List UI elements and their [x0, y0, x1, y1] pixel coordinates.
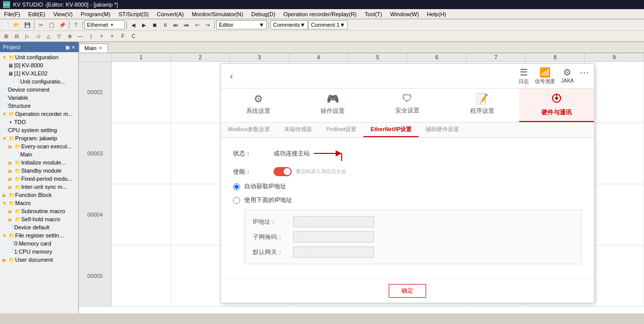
r2-btn10[interactable]: + — [97, 32, 107, 41]
r2-btn13[interactable]: C — [128, 32, 139, 41]
tb-icon1[interactable]: ◀ — [128, 20, 139, 29]
subnet-field[interactable]: . . . . — [293, 231, 374, 242]
tree-main[interactable]: 📄 Main — [13, 150, 77, 158]
tree-memory-card[interactable]: 📄 0:Memory card — [7, 239, 77, 248]
menu-convert[interactable]: Convert(A) — [153, 10, 188, 18]
tree-cpu-memory[interactable]: 📄 1:CPU memory — [7, 248, 77, 256]
nav-operation[interactable]: 🎮 操作设置 — [296, 89, 371, 122]
gateway-field[interactable]: . . . . — [293, 247, 374, 258]
cell-4-1[interactable] — [112, 184, 171, 245]
tree-init-module[interactable]: ▶ 📁 Initialize module... — [7, 158, 77, 167]
copy-btn[interactable]: 📋 — [47, 20, 57, 29]
new-btn[interactable]: 📄 — [1, 20, 11, 29]
panel-back-button[interactable]: ‹ — [226, 71, 237, 82]
panel-icon-log[interactable]: ☰ 日志 — [519, 67, 529, 85]
menu-program[interactable]: Program(M) — [77, 10, 115, 18]
menu-edit[interactable]: Edit(E) — [24, 10, 50, 18]
open-btn[interactable]: 📂 — [12, 20, 22, 29]
save-btn[interactable]: 💾 — [22, 20, 32, 29]
tab-main[interactable]: Main ✕ — [79, 44, 108, 53]
r2-btn9[interactable]: | — [86, 32, 96, 41]
tree-subroutine[interactable]: ▶ 📁 Subroutine macro — [7, 207, 77, 215]
tree-function-block[interactable]: ▶ 📁 Function Block — [1, 191, 77, 199]
help-btn[interactable]: ? — [71, 20, 81, 29]
cell-2-1[interactable] — [112, 62, 171, 123]
r2-btn12[interactable]: F — [118, 32, 128, 41]
tree-inter-unit[interactable]: ▶ 📁 Inter-unit sync m... — [7, 183, 77, 191]
menu-monitor[interactable]: Monitor/Simulator(N) — [188, 10, 247, 18]
tree-program-jakaeip[interactable]: ▼ 📁 Program: jakaeip — [1, 134, 77, 142]
tree-cpu-system[interactable]: 📄 CPU system setting — [1, 126, 77, 134]
r2-btn1[interactable]: ⊞ — [1, 32, 11, 41]
confirm-button[interactable]: 确定 — [389, 284, 426, 298]
subtab-sensor[interactable]: 末端传感器 — [277, 123, 319, 137]
r2-btn6[interactable]: ▽ — [54, 32, 64, 41]
menu-file[interactable]: File(F) — [0, 10, 24, 18]
menu-help[interactable]: Help(H) — [423, 10, 450, 18]
menu-debug[interactable]: Debug(D) — [247, 10, 280, 18]
tree-selfhold[interactable]: ▶ 📁 Self-hold macro — [7, 215, 77, 223]
tree-operation-recorder[interactable]: ▼ 📁 Operation recorder m... — [1, 110, 77, 118]
tree-file-register[interactable]: ▼ 📁 File register settin... — [1, 231, 77, 239]
subtab-modbus[interactable]: Modbus参数设置 — [221, 123, 277, 137]
tree-structure[interactable]: 📄 Structure — [1, 102, 77, 110]
tree-device-comment[interactable]: 📄 Device comment — [1, 86, 77, 94]
menu-operation[interactable]: Operation recorder/Replay(R) — [280, 10, 361, 18]
r2-btn4[interactable]: ◁ — [33, 32, 43, 41]
tb-icon3[interactable]: ⏹ — [150, 20, 160, 29]
subtab-profinet[interactable]: Profinet设置 — [319, 123, 363, 137]
ip-address-field[interactable]: . . . . — [293, 216, 374, 227]
r2-btn11[interactable]: × — [107, 32, 117, 41]
tree-item-unit-config[interactable]: ▼ 📁 Unit configuration — [1, 53, 77, 61]
tree-device-default[interactable]: 📄 Device default — [7, 223, 77, 231]
more-icon: ⋯ — [580, 67, 589, 78]
tree-kv8000[interactable]: 🖥 [0] KV-8000 — [7, 61, 77, 69]
r2-btn5[interactable]: △ — [43, 32, 54, 41]
tab-main-close[interactable]: ✕ — [99, 46, 103, 51]
subtab-ethernetip[interactable]: EtherNet/IP设置 — [363, 123, 419, 137]
r2-btn3[interactable]: ▷ — [22, 32, 32, 41]
panel-icon-jaka[interactable]: ⚙ JAKA — [561, 67, 574, 85]
panel-icon-signal[interactable]: 📶 信号强度 — [535, 67, 555, 85]
r2-btn2[interactable]: ⊟ — [12, 32, 22, 41]
tree-macro[interactable]: ▼ 📁 Macro — [1, 199, 77, 207]
panel-icon-more[interactable]: ⋯ — [580, 67, 589, 85]
tree-unit-config2[interactable]: 📄 Unit configuratio... — [13, 77, 77, 86]
tree-variable[interactable]: 📄 Variable — [1, 94, 77, 102]
tb-icon6[interactable]: ⏮ — [181, 20, 192, 29]
tree-kvxle02[interactable]: 🖥 [1] KV-XLE02 — [7, 69, 77, 77]
cut-btn[interactable]: ✂ — [36, 20, 46, 29]
tree-standby[interactable]: ▶ 📁 Standby module — [7, 167, 77, 175]
menu-st[interactable]: ST/Script(S) — [114, 10, 153, 18]
r2-btn7[interactable]: ⊕ — [65, 32, 75, 41]
tb-icon5[interactable]: ⏭ — [171, 20, 181, 29]
paste-btn[interactable]: 📌 — [57, 20, 67, 29]
nav-program[interactable]: 📝 程序设置 — [445, 89, 520, 122]
menu-tool[interactable]: Tool(T) — [361, 10, 386, 18]
subtab-aux[interactable]: 辅助硬件设置 — [419, 123, 466, 137]
tb-icon8[interactable]: ↪ — [203, 20, 213, 29]
auto-ip-radio[interactable] — [233, 183, 240, 190]
tree-user-document[interactable]: ▶ 📁 User document — [1, 256, 77, 264]
manual-ip-radio[interactable] — [233, 197, 240, 204]
r2-btn8[interactable]: — — [75, 32, 85, 41]
tb-icon7[interactable]: ↩ — [192, 20, 202, 29]
menu-window[interactable]: Window(W) — [386, 10, 423, 18]
tb-icon4[interactable]: ⏸ — [160, 20, 170, 29]
enable-toggle[interactable] — [273, 167, 292, 176]
comment1-dropdown[interactable]: Comment 1 ▼ — [308, 20, 348, 29]
nav-hardware[interactable]: 硬件与通讯 — [519, 89, 594, 122]
comments-dropdown[interactable]: Comments ▼ — [270, 20, 308, 29]
cell-3-1[interactable] — [112, 123, 171, 184]
ethernet-dropdown[interactable]: Ethernet ▼ — [84, 20, 125, 29]
tree-every-scan[interactable]: ▶ 📁 Every-scan execut... — [7, 142, 77, 150]
menu-view[interactable]: View(V) — [49, 10, 76, 18]
tree-fixed-period[interactable]: ▶ 📁 Fixed-period modu... — [7, 175, 77, 183]
tb-icon2[interactable]: ▶ — [139, 20, 149, 29]
editor-dropdown[interactable]: Editor ▼ — [216, 20, 267, 29]
nav-safety[interactable]: 🛡 安全设置 — [370, 89, 445, 122]
subnet-label: 子网掩码： — [253, 233, 293, 241]
nav-system[interactable]: ⚙ 系统设置 — [221, 89, 296, 122]
cell-5-1[interactable] — [112, 246, 171, 306]
tree-tdo[interactable]: • TDO — [7, 118, 77, 126]
